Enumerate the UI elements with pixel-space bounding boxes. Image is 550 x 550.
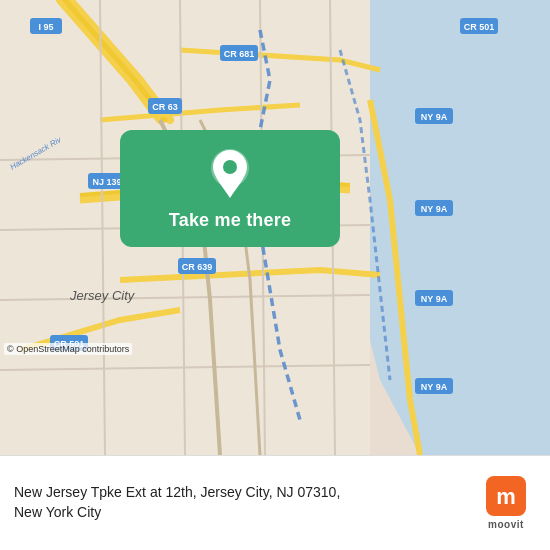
svg-point-39 [223, 160, 237, 174]
location-text-area: New Jersey Tpke Ext at 12th, Jersey City… [14, 483, 466, 522]
svg-text:NY 9A: NY 9A [421, 112, 448, 122]
bottom-bar: New Jersey Tpke Ext at 12th, Jersey City… [0, 455, 550, 550]
svg-text:I 95: I 95 [38, 22, 53, 32]
svg-text:CR 63: CR 63 [152, 102, 178, 112]
moovit-logo: m moovit [476, 476, 536, 530]
svg-text:CR 681: CR 681 [224, 49, 255, 59]
map-container: I 95 CR 681 CR 63 NJ 139 CR 639 CR 501 N… [0, 0, 550, 455]
svg-text:NJ 139: NJ 139 [92, 177, 121, 187]
svg-text:NY 9A: NY 9A [421, 382, 448, 392]
svg-text:CR 639: CR 639 [182, 262, 213, 272]
location-name: New Jersey Tpke Ext at 12th, Jersey City… [14, 483, 466, 522]
take-me-there-button[interactable]: Take me there [120, 130, 340, 247]
location-pin-icon [208, 148, 252, 200]
svg-text:NY 9A: NY 9A [421, 204, 448, 214]
svg-text:m: m [496, 484, 516, 509]
button-label: Take me there [169, 210, 291, 231]
svg-text:CR 501: CR 501 [464, 22, 495, 32]
app: I 95 CR 681 CR 63 NJ 139 CR 639 CR 501 N… [0, 0, 550, 550]
moovit-label: moovit [488, 519, 524, 530]
svg-text:Jersey City: Jersey City [69, 288, 136, 303]
moovit-m-icon: m [486, 476, 526, 516]
svg-text:NY 9A: NY 9A [421, 294, 448, 304]
osm-attribution: © OpenStreetMap contributors [4, 343, 132, 355]
